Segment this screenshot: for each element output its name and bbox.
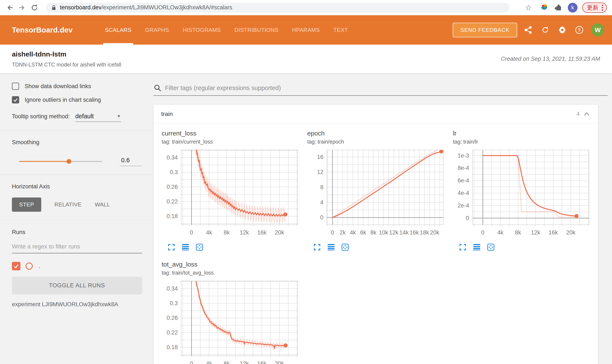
log-scale-icon[interactable]: [181, 243, 190, 251]
chrome-update-button[interactable]: 更新: [582, 2, 607, 13]
svg-text:0.18: 0.18: [167, 213, 178, 219]
forward-icon[interactable]: [17, 3, 27, 12]
send-feedback-button[interactable]: SEND FEEDBACK: [453, 23, 517, 37]
svg-text:16k: 16k: [257, 229, 267, 236]
help-icon[interactable]: ?: [573, 24, 585, 36]
chart-title: tot_avg_loss: [162, 261, 302, 268]
svg-text:6k: 6k: [360, 229, 366, 236]
fullscreen-icon[interactable]: [313, 243, 321, 251]
svg-text:8k: 8k: [370, 229, 376, 236]
ignore-outliers-checkbox[interactable]: [12, 96, 19, 104]
svg-text:0: 0: [466, 215, 469, 221]
scalar-chart-card: current_loss tag: train/current_loss 0.1…: [162, 130, 302, 251]
tab-text[interactable]: TEXT: [329, 15, 353, 45]
svg-text:4k: 4k: [206, 360, 212, 364]
lock-icon: [51, 4, 57, 11]
browser-toolbar: tensorboard.dev/experiment/LJI9MWUORLOw3…: [0, 0, 612, 15]
reload-icon[interactable]: [30, 3, 39, 12]
experiment-header: aishell-tdnn-lstm TDNN-LSTM CTC model fo…: [0, 45, 612, 73]
runs-label: Runs: [0, 229, 153, 235]
svg-text:6e-4: 6e-4: [458, 177, 469, 184]
tab-scalars[interactable]: SCALARS: [100, 15, 136, 45]
svg-text:10k: 10k: [379, 229, 388, 236]
svg-text:2k: 2k: [340, 229, 346, 236]
extensions-puzzle-icon[interactable]: [554, 3, 562, 12]
svg-text:8: 8: [320, 184, 323, 191]
chevron-up-icon: [583, 111, 590, 117]
url-bar[interactable]: tensorboard.dev/experiment/LJI9MWUORLOw3…: [46, 3, 510, 13]
chart-canvas[interactable]: 0.180.220.260.30.3404k8k12k16k20k: [162, 147, 302, 242]
chart-canvas[interactable]: 048121602k4k6k8k10k12k14k16k18k20k: [307, 147, 448, 242]
smoothing-slider-thumb[interactable]: [67, 159, 71, 164]
tab-distributions[interactable]: DISTRIBUTIONS: [230, 15, 283, 45]
smoothing-value[interactable]: 0.6: [120, 157, 142, 166]
svg-text:12k: 12k: [240, 360, 249, 364]
svg-text:1e-3: 1e-3: [458, 153, 469, 159]
user-avatar[interactable]: W: [591, 23, 604, 37]
scalar-chart-card: lr tag: train/lr 02e-44e-46e-48e-41e-304…: [453, 130, 593, 251]
fullscreen-icon[interactable]: [459, 243, 467, 251]
bookmark-star-icon[interactable]: ☆: [525, 3, 534, 12]
fit-data-icon[interactable]: [195, 243, 204, 251]
svg-text:0: 0: [190, 229, 193, 236]
share-icon[interactable]: [522, 24, 534, 36]
chart-canvas[interactable]: 0.180.220.260.30.3404k8k12k16k20k: [162, 278, 302, 364]
svg-text:0.3: 0.3: [170, 300, 178, 306]
browser-menu-icon[interactable]: [602, 5, 603, 11]
runs-filter-input[interactable]: [12, 243, 142, 253]
extension-fruit-icon[interactable]: [540, 3, 548, 12]
browser-profile-avatar[interactable]: k: [568, 3, 578, 13]
chevron-down-icon: ▼: [117, 114, 121, 119]
svg-text:4: 4: [320, 199, 323, 206]
show-download-links-checkbox[interactable]: [12, 83, 19, 90]
svg-text:4k: 4k: [350, 229, 356, 236]
fit-data-icon[interactable]: [341, 243, 349, 251]
fullscreen-icon[interactable]: [167, 243, 176, 251]
svg-text:0.26: 0.26: [167, 315, 178, 321]
tab-graphs[interactable]: GRAPHS: [140, 15, 174, 45]
scalar-chart-card: tot_avg_loss tag: train/tot_avg_loss 0.1…: [162, 261, 302, 364]
svg-text:8e-4: 8e-4: [458, 165, 469, 171]
search-icon: [153, 84, 162, 92]
axis-relative-button[interactable]: RELATIVE: [55, 201, 82, 208]
settings-sidebar: Show data download links Ignore outliers…: [0, 73, 153, 364]
back-icon[interactable]: [5, 3, 14, 12]
tooltip-sorting-dropdown[interactable]: default ▼: [75, 113, 121, 122]
svg-text:0.18: 0.18: [167, 344, 178, 351]
scalar-chart-card: epoch tag: train/epoch 048121602k4k6k8k1…: [307, 130, 448, 251]
svg-text:0: 0: [320, 214, 323, 221]
fit-data-icon[interactable]: [487, 243, 495, 251]
smoothing-slider-fill: [19, 161, 69, 162]
svg-text:20k: 20k: [275, 229, 284, 236]
svg-text:16: 16: [317, 154, 323, 160]
log-scale-icon[interactable]: [473, 243, 481, 251]
svg-text:12k: 12k: [240, 229, 249, 236]
svg-text:4k: 4k: [497, 229, 503, 236]
toggle-all-runs-button[interactable]: TOGGLE ALL RUNS: [12, 277, 142, 294]
tab-hparams[interactable]: HPARAMS: [288, 15, 324, 45]
svg-text:8k: 8k: [224, 360, 230, 364]
svg-text:0.22: 0.22: [167, 329, 178, 336]
svg-text:16k: 16k: [257, 360, 267, 364]
chart-tag: tag: train/tot_avg_loss: [162, 270, 302, 276]
collapse-group-button[interactable]: [583, 111, 590, 117]
axis-wall-button[interactable]: WALL: [95, 201, 110, 208]
svg-text:4e-4: 4e-4: [458, 190, 469, 196]
chart-canvas[interactable]: 02e-44e-46e-48e-41e-304k8k12k16k20k: [453, 147, 593, 242]
tag-group-header[interactable]: train 4: [153, 105, 598, 123]
sidebar-divider: [0, 175, 153, 175]
experiment-id-line: experiment LJI9MWUORLOw3jkdhxwk8A: [0, 301, 153, 308]
tab-histograms[interactable]: HISTOGRAMS: [178, 15, 225, 45]
axis-step-button[interactable]: STEP: [12, 197, 41, 212]
svg-text:16k: 16k: [410, 229, 419, 236]
settings-gear-icon[interactable]: [556, 24, 568, 36]
refresh-icon[interactable]: [539, 24, 551, 36]
run-checkbox[interactable]: [12, 262, 20, 270]
smoothing-slider[interactable]: [19, 161, 102, 162]
run-row: .: [0, 262, 153, 270]
filter-tags-input[interactable]: [165, 85, 608, 91]
log-scale-icon[interactable]: [327, 243, 335, 251]
svg-text:2e-4: 2e-4: [458, 202, 469, 209]
sidebar-divider: [0, 220, 153, 221]
tag-group-name: train: [161, 111, 173, 117]
